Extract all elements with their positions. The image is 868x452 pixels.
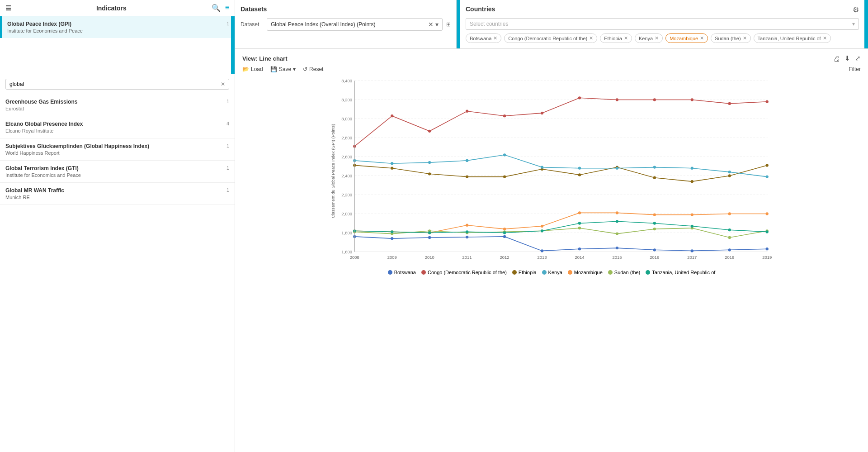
svg-point-87 — [578, 211, 581, 214]
svg-text:2,400: 2,400 — [341, 173, 352, 178]
item-sub: World Happiness Report — [5, 150, 149, 156]
search-input[interactable] — [9, 81, 221, 87]
countries-select-input[interactable]: Select countries ▾ — [466, 18, 859, 30]
svg-point-76 — [616, 167, 618, 170]
list-item[interactable]: Subjektives Glücksempfinden (Global Happ… — [0, 138, 235, 161]
svg-point-37 — [503, 235, 506, 238]
country-tag-botswana[interactable]: Botswana ✕ — [466, 33, 501, 43]
hamburger-icon[interactable]: ☰ — [5, 5, 11, 12]
svg-point-49 — [503, 114, 506, 117]
remove-tag-icon[interactable]: ✕ — [823, 35, 827, 41]
dataset-row: Dataset Global Peace Index (Overall Inde… — [241, 18, 451, 31]
country-tag-ethiopia[interactable]: Ethiopia ✕ — [600, 33, 632, 43]
svg-point-114 — [691, 225, 693, 228]
list-item[interactable]: Global Terrorism Index (GTI) Institute f… — [0, 161, 235, 183]
clear-dataset-icon[interactable]: ✕ — [428, 21, 434, 28]
country-tag-kenya[interactable]: Kenya ✕ — [635, 33, 663, 43]
country-tag-congo[interactable]: Congo (Democratic Republic of the) ✕ — [504, 33, 597, 43]
grid-view-icon[interactable]: ⊞ — [446, 21, 451, 28]
blue-bar-side — [231, 38, 235, 74]
dataset-value: Global Peace Index (Overall Index) (Poin… — [271, 21, 375, 28]
chevron-down-icon[interactable]: ▾ — [435, 21, 439, 28]
country-tag-sudan[interactable]: Sudan (the) ✕ — [711, 33, 750, 43]
load-label: Load — [251, 66, 263, 72]
svg-text:3,400: 3,400 — [341, 78, 352, 83]
country-tag-tanzania[interactable]: Tanzania, United Republic of ✕ — [754, 33, 831, 43]
load-button[interactable]: 📂 Load — [242, 66, 263, 72]
svg-point-47 — [428, 130, 431, 133]
svg-text:3,000: 3,000 — [341, 116, 352, 121]
svg-point-90 — [691, 213, 693, 216]
legend-dot — [512, 270, 517, 275]
svg-point-103 — [728, 236, 731, 239]
menu-lines-icon[interactable]: ≡ — [225, 4, 229, 12]
svg-text:2016: 2016 — [650, 255, 659, 260]
search-icon[interactable]: 🔍 — [212, 4, 221, 12]
legend-item-sudan: Sudan (the) — [608, 270, 640, 275]
expand-icon[interactable]: ⤢ — [855, 54, 861, 62]
item-title: Greenhouse Gas Emissions — [5, 99, 77, 105]
list-item[interactable]: Global MR WAN Traffic Munich RE 1 — [0, 183, 235, 205]
print-icon[interactable]: 🖨 — [833, 55, 840, 62]
country-tags: Botswana ✕ Congo (Democratic Republic of… — [466, 33, 859, 43]
svg-point-53 — [653, 98, 656, 101]
list-item[interactable]: Elcano Global Presence Index Elcano Roya… — [0, 116, 235, 138]
legend-label: Botswana — [394, 270, 416, 275]
svg-point-60 — [466, 175, 468, 178]
tag-label: Congo (Democratic Republic of the) — [508, 36, 587, 41]
svg-point-99 — [578, 227, 581, 229]
svg-point-80 — [766, 175, 769, 178]
remove-tag-icon[interactable]: ✕ — [700, 35, 704, 41]
svg-point-51 — [578, 96, 581, 99]
active-indicator-item[interactable]: Global Peace Index (GPI) Institute for E… — [0, 16, 235, 38]
svg-point-55 — [728, 102, 731, 105]
settings-icon[interactable]: ⚙ — [853, 5, 859, 14]
download-icon[interactable]: ⬇ — [844, 54, 850, 62]
remove-tag-icon[interactable]: ✕ — [743, 35, 747, 41]
svg-point-63 — [578, 173, 581, 176]
remove-tag-icon[interactable]: ✕ — [655, 35, 659, 41]
save-chevron-icon: ▾ — [293, 66, 296, 72]
item-count: 1 — [222, 187, 229, 193]
legend-item-congo: Congo (Democratic Republic of the) — [421, 270, 507, 275]
svg-point-78 — [691, 167, 693, 170]
remove-tag-icon[interactable]: ✕ — [624, 35, 628, 41]
legend-label: Sudan (the) — [614, 270, 640, 275]
item-sub: Elcano Royal Institute — [5, 128, 83, 133]
svg-text:2010: 2010 — [425, 255, 434, 260]
line-chart: Classement du Global Peace Index (GPI) (… — [242, 76, 861, 266]
item-text: Global MR WAN Traffic Munich RE — [5, 187, 64, 200]
svg-point-113 — [653, 222, 656, 224]
svg-text:2008: 2008 — [350, 255, 359, 260]
item-title: Global Terrorism Index (GTI) — [5, 165, 81, 171]
item-count: 1 — [222, 99, 229, 104]
chart-header: View: Line chart 🖨 ⬇ ⤢ — [242, 54, 861, 62]
item-text: Elcano Global Presence Index Elcano Roya… — [5, 121, 83, 133]
clear-search-icon[interactable]: ✕ — [221, 81, 225, 87]
save-button[interactable]: 💾 Save ▾ — [270, 66, 296, 72]
legend-dot — [608, 270, 613, 275]
reset-button[interactable]: ↺ Reset — [303, 66, 323, 72]
tag-label: Tanzania, United Republic of — [758, 36, 821, 41]
svg-point-40 — [616, 247, 618, 249]
svg-text:2011: 2011 — [462, 255, 472, 260]
svg-point-77 — [653, 166, 656, 168]
active-indicator-blue-bar — [231, 16, 235, 38]
sidebar-header-icons: 🔍 ≡ — [212, 4, 229, 12]
svg-text:2013: 2013 — [538, 255, 547, 260]
countries-placeholder: Select countries — [470, 21, 508, 27]
remove-tag-icon[interactable]: ✕ — [493, 35, 497, 41]
legend-label: Tanzania, United Republic of — [652, 270, 715, 275]
top-panels: Datasets Dataset Global Peace Index (Ove… — [235, 0, 868, 49]
country-tag-mozambique[interactable]: Mozambique ✕ — [665, 33, 708, 43]
main-area: Datasets Dataset Global Peace Index (Ove… — [235, 0, 868, 452]
dataset-select[interactable]: Global Peace Index (Overall Index) (Poin… — [267, 18, 443, 31]
svg-point-75 — [578, 167, 581, 170]
svg-point-44 — [766, 247, 769, 250]
search-bar: ✕ — [5, 79, 229, 90]
filter-button[interactable]: Filter — [849, 66, 861, 72]
remove-tag-icon[interactable]: ✕ — [589, 35, 593, 41]
item-title: Global MR WAN Traffic — [5, 187, 64, 194]
list-item[interactable]: Greenhouse Gas Emissions Eurostat 1 — [0, 94, 235, 116]
svg-point-110 — [541, 229, 543, 232]
